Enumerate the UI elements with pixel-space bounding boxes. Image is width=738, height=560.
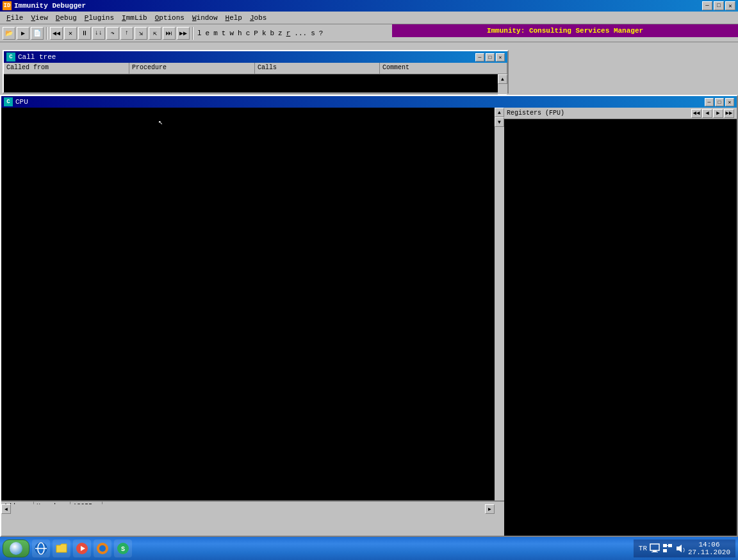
taskbar-ie-icon[interactable] <box>32 539 50 557</box>
menu-help[interactable]: Help <box>222 13 246 23</box>
toolbar-label-l[interactable]: l <box>196 29 203 37</box>
reg-nav-prev-prev[interactable]: ◀◀ <box>691 109 701 118</box>
app-title: Immunity Debugger <box>14 2 86 10</box>
hex-scroll-track <box>11 504 485 514</box>
toolbar-label-b[interactable]: b <box>268 29 275 37</box>
hex-scroll-left[interactable]: ◀ <box>1 504 11 514</box>
cpu-title: CPU <box>15 98 28 106</box>
toolbar-label-k[interactable]: k <box>261 29 268 37</box>
toolbar-step-over[interactable]: ↷ <box>106 27 119 40</box>
app-title-bar: ID Immunity Debugger ─ □ ✕ <box>0 0 738 12</box>
col-comment: Comment <box>380 63 507 74</box>
hex-scroll-right[interactable]: ▶ <box>485 504 495 514</box>
toolbar-animate[interactable]: ⏭ <box>163 27 176 40</box>
toolbar-label-t[interactable]: t <box>220 29 227 37</box>
disasm-panel: ↖ ▲ ▼ Address Hex dump ASCII ◀ <box>1 108 504 536</box>
cpu-close[interactable]: ✕ <box>725 98 734 106</box>
svg-rect-9 <box>650 544 659 550</box>
call-tree-close[interactable]: ✕ <box>496 53 505 62</box>
toolbar-stop[interactable]: ✕ <box>64 27 77 40</box>
cpu-window: C CPU ─ □ ✕ ↖ ▲ ▼ Address Hex <box>0 95 738 537</box>
cpu-minimize[interactable]: ─ <box>705 98 714 106</box>
time-display: 14:06 <box>688 541 730 548</box>
call-tree-columns: Called from Procedure Calls Comment <box>4 63 507 74</box>
taskbar-time: 14:06 27.11.2020 <box>688 541 730 556</box>
toolbar-view-exe[interactable]: 📄 <box>31 27 44 40</box>
svg-text:): ) <box>682 547 685 552</box>
start-button[interactable] <box>3 539 29 557</box>
promo-text: Immunity: Consulting Services Manager <box>487 27 643 35</box>
tray-volume-icon: ) <box>675 543 685 554</box>
toolbar-pause[interactable]: ⏸ <box>78 27 91 40</box>
menu-plugins[interactable]: Plugins <box>81 13 118 23</box>
toolbar-label-s[interactable]: s <box>309 29 316 37</box>
toolbar-label-P[interactable]: P <box>252 29 259 37</box>
taskbar-security-icon[interactable]: S <box>114 539 132 557</box>
date-display: 27.11.2020 <box>688 548 730 556</box>
menu-file[interactable]: File <box>3 13 27 23</box>
toolbar-open[interactable]: 📂 <box>3 27 15 40</box>
col-procedure: Procedure <box>129 63 255 74</box>
hex-scrollbar[interactable]: ◀ ▶ <box>1 504 495 514</box>
cpu-icon: C <box>4 97 13 106</box>
toolbar-step-in[interactable]: ↓↓ <box>92 27 105 40</box>
toolbar-label-z[interactable]: z <box>277 29 284 37</box>
title-bar-controls: ─ □ ✕ <box>702 1 735 10</box>
menu-options[interactable]: Options <box>151 13 188 23</box>
cpu-restore[interactable]: □ <box>715 98 724 106</box>
call-tree-title-left: C Call tree <box>6 53 56 62</box>
title-bar-left: ID Immunity Debugger <box>3 1 86 10</box>
toolbar-label-r[interactable]: r <box>285 29 292 37</box>
start-orb <box>10 542 22 555</box>
taskbar-media-icon[interactable] <box>73 539 91 557</box>
call-tree-restore[interactable]: □ <box>486 53 495 62</box>
registers-content <box>504 119 737 536</box>
menu-immlib[interactable]: ImmLib <box>118 13 151 23</box>
scroll-up-btn[interactable]: ▲ <box>498 74 507 84</box>
menu-window[interactable]: Window <box>188 13 222 23</box>
disasm-scroll-down[interactable]: ▼ <box>495 117 504 127</box>
app-icon: ID <box>3 1 12 10</box>
toolbar-label-e[interactable]: e <box>204 29 211 37</box>
disasm-scrollbar[interactable]: ▲ ▼ <box>495 108 504 500</box>
minimize-button[interactable]: ─ <box>702 1 712 10</box>
toolbar-label-c[interactable]: c <box>245 29 252 37</box>
disasm-area: ↖ ▲ ▼ <box>1 108 504 500</box>
disasm-scroll-up[interactable]: ▲ <box>495 108 504 117</box>
close-button[interactable]: ✕ <box>725 1 735 10</box>
toolbar-label-w[interactable]: w <box>228 29 235 37</box>
tray-monitor-icon <box>650 543 660 554</box>
tray-lang: TR <box>639 545 647 552</box>
toolbar-label-dots[interactable]: ... <box>293 29 308 37</box>
taskbar-folder-icon[interactable] <box>53 539 70 557</box>
menu-jobs[interactable]: Jobs <box>246 13 270 23</box>
cpu-controls: ─ □ ✕ <box>705 98 734 106</box>
registers-title-area: Registers (FPU) ◀◀ ◀ ▶ ▶▶ <box>504 108 737 119</box>
toolbar-rewind[interactable]: ◀◀ <box>50 27 63 40</box>
toolbar-label-help[interactable]: ? <box>318 29 325 37</box>
toolbar-step-out[interactable]: ↑ <box>120 27 133 40</box>
taskbar-firefox-icon[interactable] <box>94 539 111 557</box>
toolbar-label-h[interactable]: h <box>236 29 243 37</box>
toolbar-trace-in[interactable]: ⇲ <box>135 27 147 40</box>
svg-rect-12 <box>663 544 667 547</box>
menu-debug[interactable]: Debug <box>52 13 81 23</box>
toolbar-trace-over[interactable]: ⇱ <box>149 27 161 40</box>
menu-view[interactable]: View <box>27 13 51 23</box>
folder-icon-svg <box>55 542 68 555</box>
call-tree-minimize[interactable]: ─ <box>475 53 484 62</box>
col-calls: Calls <box>255 63 380 74</box>
taskbar: S TR ) 14:06 27.11.2020 <box>0 537 738 560</box>
reg-nav-next[interactable]: ▶ <box>713 109 723 118</box>
taskbar-tray: TR ) 14:06 27.11.2020 <box>634 539 735 557</box>
cpu-content: ↖ ▲ ▼ Address Hex dump ASCII ◀ <box>1 108 737 536</box>
svg-rect-13 <box>668 544 672 547</box>
restore-button[interactable]: □ <box>714 1 724 10</box>
toolbar-forward[interactable]: ▶▶ <box>177 27 190 40</box>
reg-nav-prev[interactable]: ◀ <box>702 109 712 118</box>
call-tree-icon: C <box>6 53 15 62</box>
toolbar-start[interactable]: ▶ <box>17 27 29 40</box>
reg-nav-next-next[interactable]: ▶▶ <box>724 109 734 118</box>
cpu-title-bar: C CPU ─ □ ✕ <box>1 96 737 108</box>
toolbar-label-m[interactable]: m <box>212 29 219 37</box>
